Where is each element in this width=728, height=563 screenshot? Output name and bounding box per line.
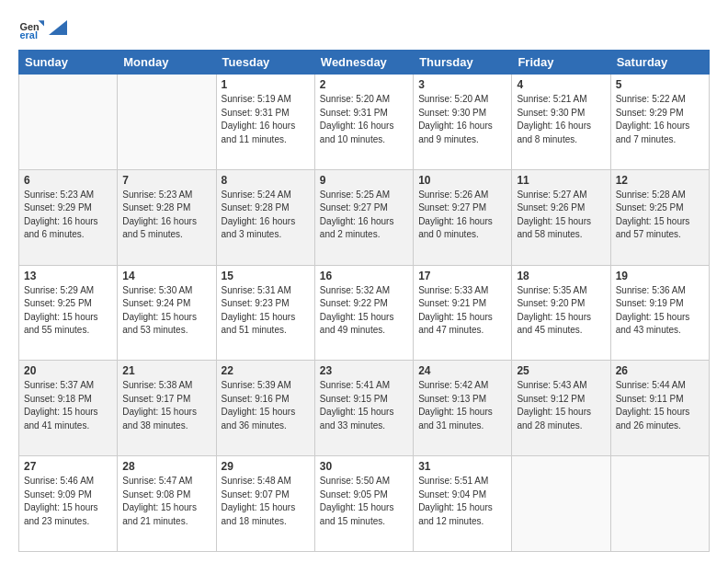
day-number: 3 [418,78,506,91]
calendar-cell: 25Sunrise: 5:43 AM Sunset: 9:12 PM Dayli… [512,361,610,456]
day-number: 9 [320,174,408,187]
day-info: Sunrise: 5:48 AM Sunset: 9:07 PM Dayligh… [222,475,310,528]
day-info: Sunrise: 5:32 AM Sunset: 9:22 PM Dayligh… [320,284,408,338]
day-info: Sunrise: 5:25 AM Sunset: 9:27 PM Dayligh… [320,189,408,242]
day-info: Sunrise: 5:27 AM Sunset: 9:26 PM Dayligh… [517,189,605,242]
day-info: Sunrise: 5:33 AM Sunset: 9:21 PM Dayligh… [418,284,506,338]
calendar-week-row: 20Sunrise: 5:37 AM Sunset: 9:18 PM Dayli… [19,361,710,456]
day-number: 23 [320,364,408,377]
calendar-cell: 13Sunrise: 5:29 AM Sunset: 9:25 PM Dayli… [19,265,118,361]
calendar-header-row: SundayMondayTuesdayWednesdayThursdayFrid… [19,51,710,75]
calendar-cell: 27Sunrise: 5:46 AM Sunset: 9:09 PM Dayli… [19,456,118,552]
weekday-header: Monday [118,51,216,75]
calendar-cell: 5Sunrise: 5:22 AM Sunset: 9:29 PM Daylig… [610,75,709,170]
day-number: 7 [122,174,210,187]
calendar-cell: 4Sunrise: 5:21 AM Sunset: 9:30 PM Daylig… [512,75,610,170]
weekday-header: Friday [512,51,610,75]
day-number: 13 [24,270,112,282]
day-info: Sunrise: 5:36 AM Sunset: 9:19 PM Dayligh… [616,284,704,338]
day-number: 8 [222,174,310,187]
day-number: 1 [222,78,310,91]
day-number: 28 [122,460,210,473]
calendar-cell: 18Sunrise: 5:35 AM Sunset: 9:20 PM Dayli… [512,265,610,361]
logo-triangle [49,20,67,35]
day-info: Sunrise: 5:22 AM Sunset: 9:29 PM Dayligh… [616,93,704,146]
day-info: Sunrise: 5:39 AM Sunset: 9:16 PM Dayligh… [222,379,310,432]
calendar-cell: 24Sunrise: 5:42 AM Sunset: 9:13 PM Dayli… [414,361,512,456]
day-number: 17 [418,270,506,282]
day-info: Sunrise: 5:43 AM Sunset: 9:12 PM Dayligh… [517,379,605,432]
calendar-cell: 16Sunrise: 5:32 AM Sunset: 9:22 PM Dayli… [314,265,413,361]
day-number: 16 [320,270,408,282]
calendar-cell: 31Sunrise: 5:51 AM Sunset: 9:04 PM Dayli… [414,456,512,552]
day-info: Sunrise: 5:26 AM Sunset: 9:27 PM Dayligh… [418,189,506,242]
calendar-cell: 29Sunrise: 5:48 AM Sunset: 9:07 PM Dayli… [216,456,314,552]
day-number: 24 [418,364,506,377]
day-info: Sunrise: 5:51 AM Sunset: 9:04 PM Dayligh… [418,475,506,528]
weekday-header: Saturday [610,51,709,75]
day-info: Sunrise: 5:23 AM Sunset: 9:29 PM Dayligh… [24,189,112,242]
logo: Gen eral [18,15,68,40]
day-info: Sunrise: 5:37 AM Sunset: 9:18 PM Dayligh… [24,379,112,432]
day-info: Sunrise: 5:21 AM Sunset: 9:30 PM Dayligh… [517,93,605,146]
calendar-cell: 11Sunrise: 5:27 AM Sunset: 9:26 PM Dayli… [512,169,610,265]
calendar-cell: 14Sunrise: 5:30 AM Sunset: 9:24 PM Dayli… [118,265,216,361]
day-number: 11 [517,174,605,187]
calendar-cell: 28Sunrise: 5:47 AM Sunset: 9:08 PM Dayli… [118,456,216,552]
calendar-week-row: 6Sunrise: 5:23 AM Sunset: 9:29 PM Daylig… [19,169,710,265]
weekday-header: Thursday [414,51,512,75]
day-number: 30 [320,460,408,473]
calendar-table: SundayMondayTuesdayWednesdayThursdayFrid… [18,50,710,552]
svg-text:eral: eral [20,29,38,40]
day-info: Sunrise: 5:19 AM Sunset: 9:31 PM Dayligh… [222,93,310,146]
calendar-cell: 20Sunrise: 5:37 AM Sunset: 9:18 PM Dayli… [19,361,118,456]
calendar-cell: 26Sunrise: 5:44 AM Sunset: 9:11 PM Dayli… [610,361,709,456]
day-info: Sunrise: 5:47 AM Sunset: 9:08 PM Dayligh… [122,475,210,528]
calendar-cell: 6Sunrise: 5:23 AM Sunset: 9:29 PM Daylig… [19,169,118,265]
day-number: 26 [616,364,704,377]
calendar-cell: 23Sunrise: 5:41 AM Sunset: 9:15 PM Dayli… [314,361,413,456]
calendar-cell: 15Sunrise: 5:31 AM Sunset: 9:23 PM Dayli… [216,265,314,361]
calendar-week-row: 13Sunrise: 5:29 AM Sunset: 9:25 PM Dayli… [19,265,710,361]
day-info: Sunrise: 5:50 AM Sunset: 9:05 PM Dayligh… [320,475,408,528]
day-info: Sunrise: 5:28 AM Sunset: 9:25 PM Dayligh… [616,189,704,242]
day-info: Sunrise: 5:41 AM Sunset: 9:15 PM Dayligh… [320,379,408,432]
calendar-cell [19,75,118,170]
calendar-cell: 7Sunrise: 5:23 AM Sunset: 9:28 PM Daylig… [118,169,216,265]
calendar-cell: 12Sunrise: 5:28 AM Sunset: 9:25 PM Dayli… [610,169,709,265]
day-number: 31 [418,460,506,473]
day-number: 6 [24,174,112,187]
weekday-header: Tuesday [216,51,314,75]
day-number: 2 [320,78,408,91]
day-info: Sunrise: 5:44 AM Sunset: 9:11 PM Dayligh… [616,379,704,432]
day-info: Sunrise: 5:20 AM Sunset: 9:31 PM Dayligh… [320,93,408,146]
day-number: 29 [222,460,310,473]
calendar-cell: 21Sunrise: 5:38 AM Sunset: 9:17 PM Dayli… [118,361,216,456]
calendar-cell [512,456,610,552]
calendar-cell: 2Sunrise: 5:20 AM Sunset: 9:31 PM Daylig… [314,75,413,170]
day-number: 12 [616,174,704,187]
day-info: Sunrise: 5:20 AM Sunset: 9:30 PM Dayligh… [418,93,506,146]
day-info: Sunrise: 5:46 AM Sunset: 9:09 PM Dayligh… [24,475,112,528]
day-number: 10 [418,174,506,187]
day-number: 27 [24,460,112,473]
weekday-header: Sunday [19,51,118,75]
calendar-week-row: 27Sunrise: 5:46 AM Sunset: 9:09 PM Dayli… [19,456,710,552]
day-info: Sunrise: 5:29 AM Sunset: 9:25 PM Dayligh… [24,284,112,338]
calendar-cell [610,456,709,552]
calendar-cell: 10Sunrise: 5:26 AM Sunset: 9:27 PM Dayli… [414,169,512,265]
weekday-header: Wednesday [314,51,413,75]
calendar-cell: 3Sunrise: 5:20 AM Sunset: 9:30 PM Daylig… [414,75,512,170]
day-number: 15 [222,270,310,282]
day-number: 18 [517,270,605,282]
calendar-cell: 30Sunrise: 5:50 AM Sunset: 9:05 PM Dayli… [314,456,413,552]
day-info: Sunrise: 5:24 AM Sunset: 9:28 PM Dayligh… [222,189,310,242]
day-number: 14 [122,270,210,282]
day-info: Sunrise: 5:30 AM Sunset: 9:24 PM Dayligh… [122,284,210,338]
day-number: 19 [616,270,704,282]
day-number: 22 [222,364,310,377]
svg-marker-4 [49,20,67,35]
calendar-cell: 9Sunrise: 5:25 AM Sunset: 9:27 PM Daylig… [314,169,413,265]
day-number: 5 [616,78,704,91]
day-info: Sunrise: 5:35 AM Sunset: 9:20 PM Dayligh… [517,284,605,338]
